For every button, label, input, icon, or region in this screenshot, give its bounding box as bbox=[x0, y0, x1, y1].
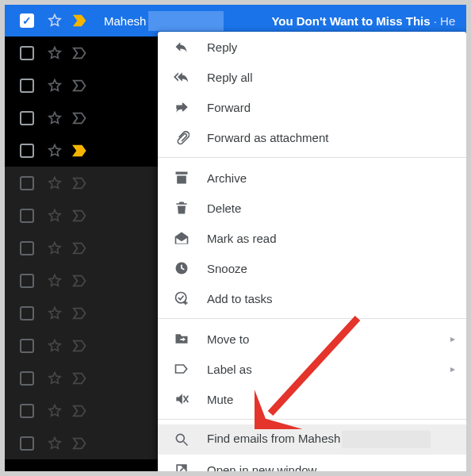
reply-all-icon bbox=[174, 69, 190, 85]
email-subject: You Don't Want to Miss This · He bbox=[271, 14, 455, 28]
add-task-icon bbox=[174, 290, 190, 306]
checkbox-unchecked-icon[interactable] bbox=[20, 436, 34, 451]
menu-item-move-to[interactable]: Move to ▸ bbox=[158, 324, 466, 354]
search-icon bbox=[174, 432, 190, 447]
menu-item-find-emails-from[interactable]: Find emails from Mahesh bbox=[158, 424, 466, 455]
star-outline-icon[interactable] bbox=[47, 208, 63, 224]
checkbox-unchecked-icon[interactable] bbox=[20, 306, 34, 321]
importance-marker-icon[interactable] bbox=[72, 13, 90, 29]
star-outline-icon[interactable] bbox=[47, 45, 63, 61]
checkbox-unchecked-icon[interactable] bbox=[20, 79, 34, 93]
star-outline-icon[interactable] bbox=[47, 403, 63, 419]
star-outline-icon[interactable] bbox=[47, 143, 63, 159]
checkbox-unchecked-icon[interactable] bbox=[20, 404, 34, 418]
submenu-arrow-icon: ▸ bbox=[450, 333, 455, 344]
menu-item-mark-as-read[interactable]: Mark as read bbox=[158, 223, 466, 253]
star-outline-icon[interactable] bbox=[47, 273, 63, 289]
importance-marker-icon[interactable] bbox=[72, 305, 90, 321]
importance-marker-icon[interactable] bbox=[72, 403, 90, 419]
star-outline-icon[interactable] bbox=[47, 78, 63, 94]
folder-arrow-icon bbox=[174, 331, 190, 347]
menu-item-mute[interactable]: Mute bbox=[158, 384, 466, 414]
star-outline-icon[interactable] bbox=[47, 305, 63, 321]
checkbox-unchecked-icon[interactable] bbox=[20, 274, 34, 288]
checkbox-checked-icon[interactable]: ✓ bbox=[20, 13, 34, 28]
sender-redacted bbox=[342, 431, 431, 448]
menu-separator bbox=[158, 318, 466, 319]
sender-redacted bbox=[148, 11, 224, 31]
trash-icon bbox=[174, 200, 190, 216]
star-outline-icon[interactable] bbox=[47, 175, 63, 191]
menu-item-reply[interactable]: Reply bbox=[158, 32, 466, 62]
svg-line-5 bbox=[184, 442, 188, 446]
sender-name: Mahesh bbox=[104, 14, 146, 28]
importance-marker-icon[interactable] bbox=[72, 45, 90, 61]
menu-item-open-new-window[interactable]: Open in new window bbox=[158, 455, 466, 474]
checkbox-unchecked-icon[interactable] bbox=[20, 111, 34, 125]
checkbox-unchecked-icon[interactable] bbox=[20, 339, 34, 353]
archive-icon bbox=[174, 170, 190, 186]
menu-item-forward-as-attachment[interactable]: Forward as attachment bbox=[158, 122, 466, 152]
menu-item-forward[interactable]: Forward bbox=[158, 92, 466, 122]
open-in-new-icon bbox=[174, 462, 190, 474]
importance-marker-icon[interactable] bbox=[72, 78, 90, 94]
checkbox-unchecked-icon[interactable] bbox=[20, 144, 34, 158]
email-context-menu: Reply Reply all Forward bbox=[158, 32, 466, 474]
star-outline-icon[interactable] bbox=[47, 13, 63, 29]
importance-marker-icon[interactable] bbox=[72, 273, 90, 289]
menu-item-label-as[interactable]: Label as ▸ bbox=[158, 354, 466, 384]
label-icon bbox=[174, 361, 190, 377]
importance-marker-icon[interactable] bbox=[72, 370, 90, 386]
importance-marker-icon[interactable] bbox=[72, 208, 90, 224]
checkbox-unchecked-icon[interactable] bbox=[20, 176, 34, 190]
menu-separator bbox=[158, 419, 466, 420]
importance-marker-icon[interactable] bbox=[72, 436, 90, 451]
menu-item-snooze[interactable]: Snooze bbox=[158, 253, 466, 283]
submenu-arrow-icon: ▸ bbox=[450, 363, 455, 374]
reply-icon bbox=[174, 39, 190, 55]
clock-icon bbox=[174, 260, 190, 276]
checkbox-unchecked-icon[interactable] bbox=[20, 241, 34, 255]
importance-marker-icon[interactable] bbox=[72, 143, 90, 159]
menu-item-reply-all[interactable]: Reply all bbox=[158, 62, 466, 92]
checkbox-unchecked-icon[interactable] bbox=[20, 209, 34, 223]
menu-separator bbox=[158, 157, 466, 158]
svg-point-1 bbox=[176, 293, 186, 303]
mark-read-icon bbox=[174, 230, 190, 246]
importance-marker-icon[interactable] bbox=[72, 110, 90, 126]
importance-marker-icon[interactable] bbox=[72, 240, 90, 256]
menu-item-add-to-tasks[interactable]: Add to tasks bbox=[158, 283, 466, 313]
star-outline-icon[interactable] bbox=[47, 338, 63, 354]
importance-marker-icon[interactable] bbox=[72, 338, 90, 354]
checkbox-unchecked-icon[interactable] bbox=[20, 46, 34, 60]
star-outline-icon[interactable] bbox=[47, 240, 63, 256]
star-outline-icon[interactable] bbox=[47, 110, 63, 126]
checkbox-unchecked-icon[interactable] bbox=[20, 371, 34, 386]
star-outline-icon[interactable] bbox=[47, 370, 63, 386]
star-outline-icon[interactable] bbox=[47, 436, 63, 451]
mute-icon bbox=[174, 391, 190, 407]
menu-item-delete[interactable]: Delete bbox=[158, 193, 466, 223]
menu-item-archive[interactable]: Archive bbox=[158, 163, 466, 193]
attachment-icon bbox=[174, 129, 190, 145]
importance-marker-icon[interactable] bbox=[72, 175, 90, 191]
svg-point-4 bbox=[176, 434, 184, 442]
forward-icon bbox=[174, 99, 190, 115]
